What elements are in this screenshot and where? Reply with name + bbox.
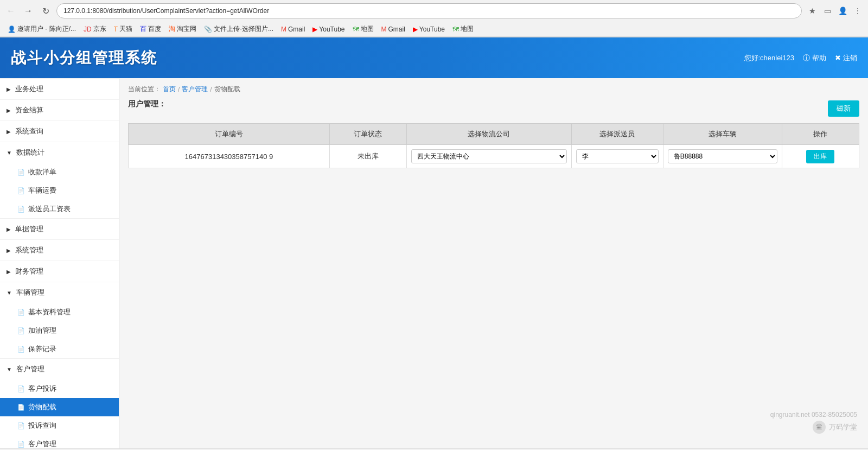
datastats-arrow-icon: ▼ [7,150,12,156]
forward-button[interactable]: → [22,4,35,17]
bookmark-taobao[interactable]: 淘 淘宝网 [165,23,200,35]
sidebar-item-maintenance[interactable]: 📄 保养记录 [0,340,119,358]
back-button[interactable]: ← [4,4,17,17]
sidebar-category-finance-label: 资金结算 [15,105,43,115]
sidebar-item-salary[interactable]: 📄 派送员工资表 [0,200,119,218]
footer-logo-icon: 🏛 [813,421,826,434]
orders-table: 订单编号 订单状态 选择物流公司 选择派送员 选择车辆 操作 164767313… [128,123,859,168]
bookmark-gmail1[interactable]: M Gmail [278,24,308,34]
breadcrumb-current: 货物配载 [214,85,240,94]
sidebar-category-vehicle[interactable]: ▼ 车辆管理 [0,282,119,303]
sidebar-item-basic-info-label: 基本资料管理 [28,307,71,317]
sidebar-category-customer[interactable]: ▼ 客户管理 [0,358,119,379]
sidebar-item-customer-manage[interactable]: 📄 客户管理 [0,435,119,448]
bookmark-upload[interactable]: 📎 文件上传-选择图片... [201,23,277,35]
vehicle-select[interactable]: 鲁B88888 鲁A12345 鲁C99999 [668,149,777,163]
sidebar-category-documents-label: 单据管理 [15,224,43,234]
sidebar-item-receipts[interactable]: 📄 收款洋单 [0,163,119,181]
bookmark-tianmao-label: 天猫 [119,24,132,34]
sidebar-category-accounting-label: 财务管理 [15,267,43,276]
bookmark-map1[interactable]: 🗺 地图 [349,23,377,35]
bookmark-baidu[interactable]: 百 百度 [137,23,164,35]
accounting-arrow-icon: ▶ [7,269,11,275]
sidebar-item-salary-label: 派送员工资表 [28,204,71,214]
receipts-doc-icon: 📄 [17,169,25,176]
bookmark-gmail2-icon: M [381,26,387,33]
refresh-button[interactable]: ↻ [39,4,52,17]
breadcrumb-customer[interactable]: 客户管理 [182,85,208,94]
sidebar-category-accounting[interactable]: ▶ 财务管理 [0,261,119,282]
sidebar-item-basic-info[interactable]: 📄 基本资料管理 [0,303,119,321]
sidebar-item-refuel[interactable]: 📄 加油管理 [0,321,119,340]
main-content: ▶ 业务处理 ▶ 资金结算 ▶ 系统查询 ▼ 数据统计 📄 收款洋单 [0,78,868,448]
bookmark-upload-label: 文件上传-选择图片... [214,24,273,34]
bookmark-map2[interactable]: 🗺 地图 [449,23,477,35]
table-header: 订单编号 订单状态 选择物流公司 选择派送员 选择车辆 操作 [129,124,859,145]
bookmark-youtube2[interactable]: ▶ YouTube [410,24,448,34]
bookmark-button[interactable]: ★ [806,5,818,17]
sidebar-item-complaint-query[interactable]: 📄 投诉查询 [0,416,119,435]
sidebar-category-sysmanage[interactable]: ▶ 系统管理 [0,239,119,261]
bookmark-invite[interactable]: 👤 邀请用户 - 陈向正/... [4,23,79,35]
customer-arrow-icon: ▼ [7,366,12,372]
logout-button[interactable]: ✖ 注销 [835,53,857,63]
sidebar-category-sysmanage-label: 系统管理 [15,245,43,255]
vehicle-arrow-icon: ▼ [7,290,12,296]
col-order-status: 订单状态 [329,124,406,145]
bookmark-gmail2[interactable]: M Gmail [378,24,409,34]
vehicle-freight-doc-icon: 📄 [17,187,25,194]
outbound-button[interactable]: 出库 [806,150,834,163]
menu-button[interactable]: ⋮ [852,5,864,17]
refuel-doc-icon: 📄 [17,327,25,334]
breadcrumb-home[interactable]: 首页 [163,85,176,94]
bookmarks-bar: 👤 邀请用户 - 陈向正/... JD 京东 T 天猫 百 百度 淘 淘宝网 📎… [0,22,868,37]
sidebar-category-business[interactable]: ▶ 业务处理 [0,78,119,99]
sidebar-item-cargo[interactable]: 📄 货物配载 [0,398,119,416]
sysquery-arrow-icon: ▶ [7,129,11,135]
header-user: 您好:chenlei123 [744,53,795,63]
sysmanage-arrow-icon: ▶ [7,248,11,253]
bookmark-invite-label: 邀请用户 - 陈向正/... [17,24,76,34]
business-arrow-icon: ▶ [7,86,11,92]
sidebar-item-maintenance-label: 保养记录 [28,344,56,354]
sidebar-item-complaint[interactable]: 📄 客户投诉 [0,379,119,398]
bookmark-baidu-label: 百度 [148,24,161,34]
customer-manage-doc-icon: 📄 [17,441,25,448]
complaint-doc-icon: 📄 [17,385,25,392]
browser-actions: ★ ▭ 👤 ⋮ [806,5,864,17]
col-logistics: 选择物流公司 [407,124,571,145]
bookmark-youtube2-label: YouTube [419,26,445,33]
delivery-select[interactable]: 李 王 张 [576,149,659,163]
header-actions: 您好:chenlei123 ⓘ 帮助 ✖ 注销 [744,53,858,63]
sidebar-category-finance[interactable]: ▶ 资金结算 [0,99,119,121]
maintenance-doc-icon: 📄 [17,346,25,353]
sidebar-category-sysquery[interactable]: ▶ 系统查询 [0,121,119,142]
cast-button[interactable]: ▭ [821,5,833,17]
help-button[interactable]: ⓘ 帮助 [803,53,826,63]
sidebar-item-refuel-label: 加油管理 [28,326,56,335]
table-body: 164767313430358757140 9 未出库 四大天王物流中心 顺丰快… [129,145,859,168]
logistics-select[interactable]: 四大天王物流中心 顺丰快递 圆通快递 [411,149,566,163]
bookmark-jd-icon: JD [84,26,92,33]
sidebar-item-complaint-query-label: 投诉查询 [28,421,56,430]
new-button[interactable]: 磁新 [828,100,859,117]
profile-button[interactable]: 👤 [837,5,848,17]
breadcrumb-prefix: 当前位置： [128,85,161,94]
col-action: 操作 [782,124,859,145]
bookmark-tianmao[interactable]: T 天猫 [111,23,136,35]
sidebar-category-documents[interactable]: ▶ 单据管理 [0,218,119,239]
app-title: 战斗小分组管理系统 [11,48,157,68]
bookmark-youtube1[interactable]: ▶ YouTube [309,24,348,34]
sidebar-category-customer-label: 客户管理 [16,364,44,374]
table-header-row: 订单编号 订单状态 选择物流公司 选择派送员 选择车辆 操作 [129,124,859,145]
app-layout: 战斗小分组管理系统 您好:chenlei123 ⓘ 帮助 ✖ 注销 ▶ 业务处理… [0,37,868,448]
bookmark-jd[interactable]: JD 京东 [80,23,110,35]
breadcrumb-sep1: / [178,86,180,93]
bookmark-tianmao-icon: T [114,26,118,33]
breadcrumb: 当前位置： 首页 / 客户管理 / 货物配载 [128,85,859,94]
page-content: 当前位置： 首页 / 客户管理 / 货物配载 用户管理： 磁新 订单编号 订单状… [119,78,868,448]
address-bar[interactable] [56,3,802,18]
sidebar: ▶ 业务处理 ▶ 资金结算 ▶ 系统查询 ▼ 数据统计 📄 收款洋单 [0,78,119,448]
sidebar-category-datastats[interactable]: ▼ 数据统计 [0,142,119,163]
sidebar-item-vehicle-freight[interactable]: 📄 车辆运费 [0,181,119,200]
